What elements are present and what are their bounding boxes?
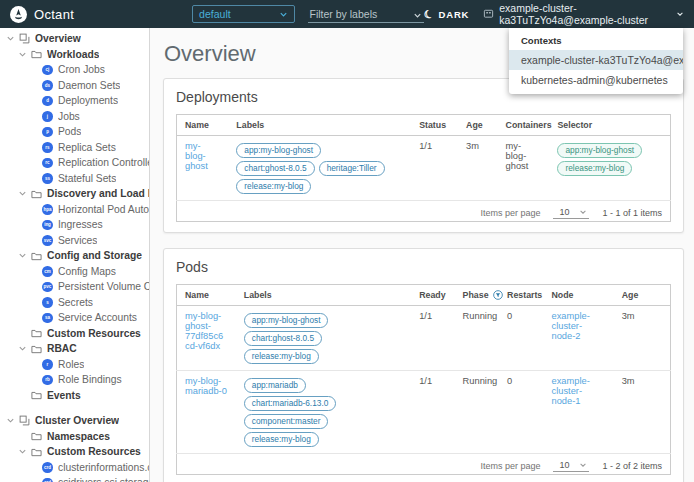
sidebar-item-label: Config and Storage <box>47 250 142 261</box>
resource-icon: pvc <box>42 282 53 293</box>
column-header-ready[interactable]: Ready <box>411 285 454 306</box>
chevron-down-icon <box>413 11 422 20</box>
column-header-name[interactable]: Name <box>177 115 229 136</box>
sidebar-item-roles[interactable]: rRoles <box>0 357 149 373</box>
sidebar-item-config-and-storage[interactable]: Config and Storage <box>0 248 149 264</box>
resource-icon: hpa <box>42 204 53 215</box>
sidebar-item-custom-resources[interactable]: Custom Resources <box>0 444 149 460</box>
label-badge[interactable]: app:my-blog-ghost <box>236 143 321 158</box>
sidebar-item-cluster-overview[interactable]: Cluster Overview <box>0 413 149 429</box>
sidebar-item-discovery-and-load-balancing[interactable]: Discovery and Load Balancing <box>0 186 149 202</box>
resource-link[interactable]: my-blog-ghost <box>185 141 208 171</box>
resource-link[interactable]: my-blog-ghost-77df85c6cd-vf6dx <box>185 311 223 351</box>
sidebar-item-ingresses[interactable]: ingIngresses <box>0 217 149 233</box>
resource-icon: svc <box>42 235 53 246</box>
column-header-containers[interactable]: Containers <box>498 115 550 136</box>
column-header-label: Selector <box>557 120 662 130</box>
sidebar-item-workloads[interactable]: Workloads <box>0 47 149 63</box>
resource-link[interactable]: example-cluster-node-1 <box>552 376 590 406</box>
sidebar-item-label: Role Bindings <box>58 374 122 385</box>
sidebar-item-pods[interactable]: pPods <box>0 124 149 140</box>
resource-link[interactable]: my-blog-mariadb-0 <box>185 376 227 396</box>
column-header-label: Phase <box>463 290 491 300</box>
theme-toggle-button[interactable]: ☾ DARK <box>424 8 469 21</box>
sidebar-item-replica-sets[interactable]: rsReplica Sets <box>0 140 149 156</box>
label-filter-placeholder: Filter by labels <box>310 8 378 20</box>
resource-link[interactable]: example-cluster-node-2 <box>552 311 590 341</box>
column-header-phase[interactable]: Phase <box>455 285 499 306</box>
table-cell: my-blog-ghost <box>177 136 229 201</box>
context-menu-item[interactable]: example-cluster-ka3TuTzYo4a@example-clu.… <box>509 50 683 70</box>
label-filter-input[interactable]: Filter by labels <box>308 5 424 23</box>
page-size-select[interactable]: 10 <box>553 460 589 472</box>
resource-icon: p <box>42 127 53 138</box>
column-header-age[interactable]: Age <box>614 285 671 306</box>
page-size-select[interactable]: 10 <box>553 207 589 219</box>
sidebar-item-service-accounts[interactable]: saService Accounts <box>0 310 149 326</box>
sidebar-item-csidrivers-csi-storage-k8s-io[interactable]: crdcsidrivers.csi.storage.k8s.io <box>0 475 149 482</box>
column-header-restarts[interactable]: Restarts <box>499 285 543 306</box>
sidebar-item-custom-resources[interactable]: Custom Resources <box>0 326 149 342</box>
sidebar-item-cron-jobs[interactable]: cjCron Jobs <box>0 62 149 78</box>
sidebar-item-replication-controllers[interactable]: rcReplication Controllers <box>0 155 149 171</box>
sidebar-item-persistent-volume-claims[interactable]: pvcPersistent Volume Claims <box>0 279 149 295</box>
sidebar-item-clusterinformations-crd-projec[interactable]: crdclusterinformations.crd.projec <box>0 460 149 476</box>
octant-logo-icon <box>10 6 27 23</box>
chevron-down-icon <box>579 461 587 469</box>
label-badge[interactable]: release:my-blog <box>244 432 319 447</box>
sidebar-item-label: Namespaces <box>47 431 110 442</box>
column-header-labels[interactable]: Labels <box>228 115 411 136</box>
column-header-labels[interactable]: Labels <box>236 285 411 306</box>
column-header-node[interactable]: Node <box>544 285 614 306</box>
label-badge[interactable]: app:mariadb <box>244 378 306 393</box>
label-badge[interactable]: chart:ghost-8.0.5 <box>244 331 322 346</box>
label-badge[interactable]: chart:ghost-8.0.5 <box>236 161 314 176</box>
sidebar-item-services[interactable]: svcServices <box>0 233 149 249</box>
sidebar-item-jobs[interactable]: jJobs <box>0 109 149 125</box>
filter-icon[interactable] <box>493 290 503 300</box>
sidebar-item-role-bindings[interactable]: rbRole Bindings <box>0 372 149 388</box>
sidebar-item-secrets[interactable]: sSecrets <box>0 295 149 311</box>
chevron-down-icon[interactable] <box>17 250 28 261</box>
table-cell: my-blog-mariadb-0 <box>177 371 236 454</box>
label-badge[interactable]: heritage:Tiller <box>319 161 385 176</box>
sidebar-item-config-maps[interactable]: cmConfig Maps <box>0 264 149 280</box>
sidebar-item-daemon-sets[interactable]: dsDaemon Sets <box>0 78 149 94</box>
pagination-bar: Items per page101 - 1 of 1 items <box>185 205 662 219</box>
sidebar-item-rbac[interactable]: RBAC <box>0 341 149 357</box>
column-header-label: Node <box>552 290 606 300</box>
sidebar-item-events[interactable]: Events <box>0 388 149 404</box>
label-badge[interactable]: release:my-blog <box>244 349 319 364</box>
selector-badge[interactable]: app:my-blog-ghost <box>557 143 642 158</box>
column-header-name[interactable]: Name <box>177 285 236 306</box>
cell-text: 3m <box>622 311 635 321</box>
chevron-down-icon[interactable] <box>5 33 16 44</box>
label-badge[interactable]: component:master <box>244 414 329 429</box>
cards-container: DeploymentsNameLabelsStatusAgeContainers… <box>163 78 684 482</box>
sidebar-item-label: Config Maps <box>58 266 116 277</box>
column-header-label: Name <box>185 290 228 300</box>
chevron-down-icon[interactable] <box>17 446 28 457</box>
sidebar-item-deployments[interactable]: dDeployments <box>0 93 149 109</box>
sidebar-item-horizontal-pod-autoscalers[interactable]: hpaHorizontal Pod Autoscalers <box>0 202 149 218</box>
column-header-age[interactable]: Age <box>458 115 498 136</box>
label-badge[interactable]: app:my-blog-ghost <box>244 313 329 328</box>
selector-badge[interactable]: release:my-blog <box>557 161 632 176</box>
context-menu-item[interactable]: kubernetes-admin@kubernetes <box>509 70 683 90</box>
table-cell: 3m <box>614 371 671 454</box>
theme-toggle-label: DARK <box>439 9 470 20</box>
label-badge[interactable]: release:my-blog <box>236 179 311 194</box>
column-header-label: Labels <box>236 120 403 130</box>
chevron-down-icon[interactable] <box>5 415 16 426</box>
label-badge[interactable]: chart:mariadb-6.13.0 <box>244 396 337 411</box>
sidebar-item-overview[interactable]: Overview <box>0 31 149 47</box>
sidebar-item-stateful-sets[interactable]: ssStateful Sets <box>0 171 149 187</box>
chevron-down-icon[interactable] <box>17 188 28 199</box>
chevron-down-icon[interactable] <box>17 49 28 60</box>
sidebar-item-namespaces[interactable]: Namespaces <box>0 429 149 445</box>
namespace-select[interactable]: default <box>192 5 294 23</box>
column-header-status[interactable]: Status <box>411 115 458 136</box>
chevron-down-icon[interactable] <box>17 343 28 354</box>
context-selector-button[interactable]: example-cluster-ka3TuTzYo4a@example-clus… <box>483 2 684 26</box>
column-header-selector[interactable]: Selector <box>549 115 670 136</box>
